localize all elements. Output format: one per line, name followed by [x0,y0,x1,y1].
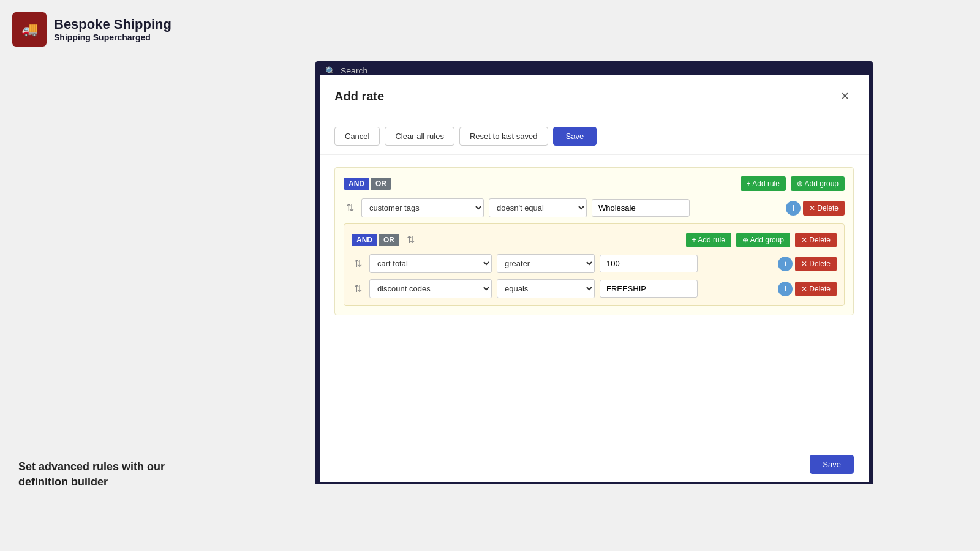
cancel-button[interactable]: Cancel [334,127,380,146]
inner-and-badge[interactable]: AND [352,234,377,246]
save-button-toolbar[interactable]: Save [553,127,597,146]
rule1-info-button[interactable]: i [786,201,801,216]
inner-rule2-actions: i ✕ Delete [778,282,837,296]
modal-footer: Save [320,446,869,482]
inner-group-header: AND OR ⇅ + Add rule ⊕ Add group ✕ Delete [352,231,837,248]
inner-rule-group: AND OR ⇅ + Add rule ⊕ Add group ✕ Delete… [344,223,845,306]
inner-rule1-value-input[interactable] [600,255,698,272]
rule1-value-input[interactable] [592,199,690,217]
outer-rule-group: AND OR + Add rule ⊕ Add group ⇅ customer… [334,167,854,315]
inner-logic-badges: AND OR [352,234,399,246]
brand-logo-icon: 🚚 [21,21,38,37]
brand-tagline: Shipping Supercharged [54,32,172,42]
brand-text: Bespoke Shipping Shipping Supercharged [54,17,172,42]
modal-header: Add rate × [320,75,869,118]
modal-title: Add rate [334,89,384,103]
modal-toolbar: Cancel Clear all rules Reset to last sav… [320,118,869,155]
outer-and-badge[interactable]: AND [344,178,369,190]
inner-group-actions: + Add rule ⊕ Add group ✕ Delete [686,233,837,247]
inner-rule2-drag-handle[interactable]: ⇅ [352,280,364,297]
rule1-operator-select[interactable]: doesn't equal equals contains doesn't co… [489,198,587,217]
inner-rule-2: ⇅ customer tags cart total discount code… [352,279,837,298]
bottom-left-text: Set advanced rules with our definition b… [18,459,202,490]
outer-group-actions: + Add rule ⊕ Add group [741,176,845,191]
modal-close-button[interactable]: × [836,86,854,107]
inner-rule2-value-input[interactable] [600,280,698,298]
inner-rule1-delete-button[interactable]: ✕ Delete [795,257,837,271]
clear-rules-button[interactable]: Clear all rules [385,127,454,146]
outer-logic-badges: AND OR [344,178,391,190]
inner-rule1-actions: i ✕ Delete [778,257,837,271]
brand-name: Bespoke Shipping [54,17,172,32]
brand-header: 🚚 Bespoke Shipping Shipping Supercharged [12,12,172,47]
inner-group-delete-button[interactable]: ✕ Delete [795,233,837,247]
inner-rule1-field-select[interactable]: customer tags cart total discount codes … [369,254,492,273]
drag-handle-icon[interactable]: ⇅ [344,200,356,216]
inner-rule2-field-select[interactable]: customer tags cart total discount codes … [369,279,492,298]
modal-dialog: Add rate × Cancel Clear all rules Reset … [318,73,870,484]
brand-logo: 🚚 [12,12,47,47]
outer-group-header: AND OR + Add rule ⊕ Add group [344,176,845,191]
rule1-actions: i ✕ Delete [786,201,845,216]
inner-group-left: AND OR ⇅ [352,231,417,248]
outer-rule-1: ⇅ customer tags cart total discount code… [344,198,845,217]
inner-rule-1: ⇅ customer tags cart total discount code… [352,254,837,273]
inner-drag-handle-icon[interactable]: ⇅ [404,231,417,248]
reset-button[interactable]: Reset to last saved [459,127,548,146]
save-button-footer[interactable]: Save [810,455,854,474]
rule1-delete-button[interactable]: ✕ Delete [803,201,845,216]
inner-add-rule-button[interactable]: + Add rule [686,233,731,247]
inner-or-badge[interactable]: OR [379,234,399,246]
outer-add-rule-button[interactable]: + Add rule [741,176,786,191]
outer-add-group-button[interactable]: ⊕ Add group [791,176,845,191]
inner-rule2-delete-button[interactable]: ✕ Delete [795,282,837,296]
inner-rule1-operator-select[interactable]: doesn't equal equals contains doesn't co… [497,254,595,273]
inner-rule1-info-button[interactable]: i [778,257,793,271]
outer-or-badge[interactable]: OR [371,178,391,190]
rule1-field-select[interactable]: customer tags cart total discount codes … [361,198,484,217]
modal-body: AND OR + Add rule ⊕ Add group ⇅ customer… [320,155,869,446]
inner-rule2-info-button[interactable]: i [778,282,793,296]
inner-rule2-operator-select[interactable]: doesn't equal equals contains doesn't co… [497,279,595,298]
inner-add-group-button[interactable]: ⊕ Add group [736,233,790,247]
inner-rule1-drag-handle[interactable]: ⇅ [352,255,364,272]
